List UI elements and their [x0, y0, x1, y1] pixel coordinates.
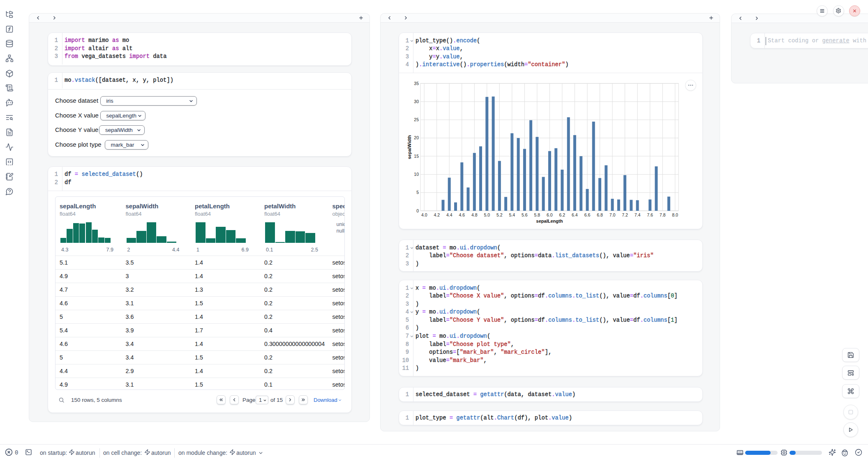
- svg-text:7.4: 7.4: [635, 212, 641, 217]
- svg-text:5: 5: [416, 190, 419, 195]
- svg-text:5.8: 5.8: [534, 212, 540, 217]
- svg-text:4.0: 4.0: [421, 212, 427, 217]
- svg-text:4.2: 4.2: [434, 212, 440, 217]
- svg-text:5.2: 5.2: [496, 212, 503, 217]
- svg-text:6.0: 6.0: [547, 212, 553, 217]
- svg-text:0: 0: [416, 208, 419, 213]
- svg-text:6.4: 6.4: [572, 212, 578, 217]
- svg-text:25: 25: [414, 117, 419, 122]
- svg-text:5.0: 5.0: [484, 212, 490, 217]
- svg-text:4.6: 4.6: [459, 212, 465, 217]
- svg-text:4.4: 4.4: [446, 212, 452, 217]
- svg-text:7.2: 7.2: [622, 212, 628, 217]
- svg-text:15: 15: [414, 154, 419, 159]
- svg-text:4.8: 4.8: [471, 212, 478, 217]
- svg-text:sepalWidth: sepalWidth: [407, 135, 412, 159]
- svg-text:sepalLength: sepalLength: [536, 219, 563, 224]
- svg-text:6.2: 6.2: [559, 212, 566, 217]
- svg-text:20: 20: [414, 135, 419, 140]
- svg-text:6.6: 6.6: [584, 212, 591, 217]
- svg-text:10: 10: [414, 172, 419, 177]
- svg-text:35: 35: [414, 81, 419, 86]
- svg-text:5.4: 5.4: [509, 212, 515, 217]
- svg-text:7.8: 7.8: [660, 212, 666, 217]
- svg-text:30: 30: [414, 99, 419, 104]
- svg-text:7.0: 7.0: [609, 212, 616, 217]
- svg-text:5.6: 5.6: [522, 212, 528, 217]
- svg-text:6.8: 6.8: [597, 212, 603, 217]
- svg-text:8.0: 8.0: [672, 212, 678, 217]
- svg-text:7.6: 7.6: [647, 212, 653, 217]
